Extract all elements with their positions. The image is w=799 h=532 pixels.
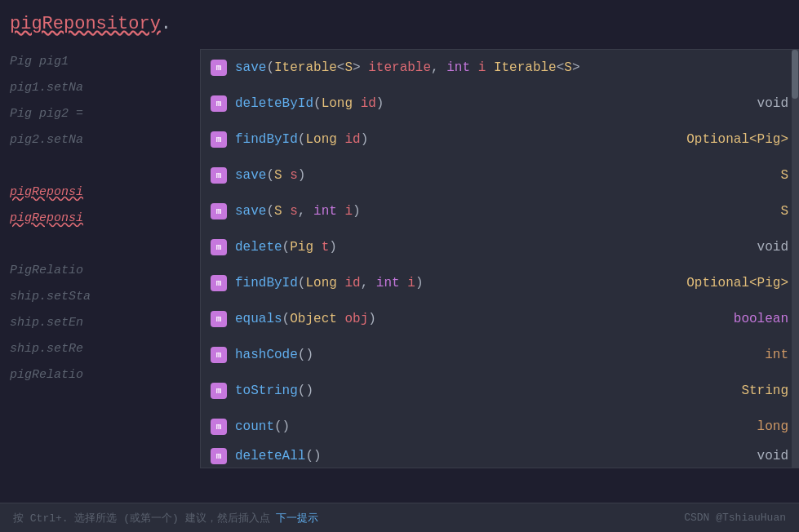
code-line-10: ship.setSta <box>0 284 196 310</box>
method-signature: hashCode() <box>235 348 757 362</box>
footer-hint-link[interactable]: 下一提示 <box>276 512 318 525</box>
method-signature: count() <box>235 419 749 434</box>
code-line-3: Pig pig2 = <box>0 101 196 127</box>
code-line-11: ship.setEn <box>0 310 196 336</box>
method-return-type: void <box>757 96 788 111</box>
method-icon: m <box>211 311 227 327</box>
method-return-type: void <box>757 449 788 463</box>
code-line-1: Pig pig1 <box>0 49 196 75</box>
code-line-2: pig1.setNa <box>0 75 196 101</box>
autocomplete-item-findbyid-2[interactable]: m findById(Long id, int i) Optional<Pig> <box>201 265 798 301</box>
autocomplete-item-deletebyid[interactable]: m deleteById(Long id) void <box>201 86 798 122</box>
method-signature: save(Iterable<S> iterable, int i Iterabl… <box>235 60 780 75</box>
method-signature: equals(Object obj) <box>235 312 726 326</box>
method-icon: m <box>211 239 227 255</box>
method-icon: m <box>211 419 227 435</box>
method-return-type: void <box>757 240 788 255</box>
code-line-12: ship.setRe <box>0 336 196 362</box>
scrollbar[interactable] <box>792 50 798 468</box>
method-signature: delete(Pig t) <box>235 240 749 255</box>
method-icon: m <box>211 347 227 363</box>
method-icon: m <box>211 167 227 184</box>
code-line-13: pigRelatio <box>0 362 196 388</box>
method-return-type: Optional<Pig> <box>686 276 788 290</box>
method-return-type: S <box>780 168 788 183</box>
footer-hint-text: 按 Ctrl+. 选择所选 (或第一个) 建议，然后插入点 <box>13 512 276 525</box>
method-signature: save(S s, int i) <box>235 204 772 219</box>
method-icon: m <box>211 203 227 219</box>
repository-name: pigReponsitory <box>10 14 161 34</box>
autocomplete-item-equals[interactable]: m equals(Object obj) boolean <box>201 301 798 337</box>
method-return-type: long <box>757 419 788 434</box>
method-signature: findById(Long id) <box>235 132 678 147</box>
method-icon: m <box>211 383 227 399</box>
footer-branding: CSDN @TshiauHuan <box>684 512 786 524</box>
autocomplete-item-deleteall[interactable]: m deleteAll() void <box>201 445 798 468</box>
method-icon: m <box>211 95 227 112</box>
autocomplete-item-findbyid-1[interactable]: m findById(Long id) Optional<Pig> <box>201 122 798 157</box>
method-return-type: boolean <box>734 312 788 326</box>
method-icon: m <box>211 275 227 291</box>
code-line-9: PigRelatio <box>0 258 196 284</box>
code-line-4: pig2.setNa <box>0 127 196 153</box>
footer-hint: 按 Ctrl+. 选择所选 (或第一个) 建议，然后插入点 下一提示 <box>13 511 318 525</box>
code-line-7: pigReponsi <box>0 206 196 232</box>
scroll-thumb[interactable] <box>792 50 798 99</box>
autocomplete-item-save-s[interactable]: m save(S s) S <box>201 157 798 193</box>
code-background: pigReponsitory. Pig pig1 pig1.setNa Pig … <box>0 0 196 532</box>
branding-text: CSDN @TshiauHuan <box>684 512 786 524</box>
autocomplete-item-delete[interactable]: m delete(Pig t) void <box>201 229 798 265</box>
code-line-5 <box>0 153 196 180</box>
autocomplete-item-save-s-int[interactable]: m save(S s, int i) S <box>201 193 798 229</box>
method-signature: deleteAll() <box>235 449 749 463</box>
autocomplete-item-save-iterable[interactable]: m save(Iterable<S> iterable, int i Itera… <box>201 50 798 86</box>
method-icon: m <box>211 131 227 148</box>
method-return-type: Optional<Pig> <box>686 132 788 147</box>
method-signature: toString() <box>235 383 733 398</box>
method-signature: save(S s) <box>235 168 772 183</box>
autocomplete-item-count[interactable]: m count() long <box>201 409 798 445</box>
method-return-type: int <box>765 348 788 362</box>
method-icon: m <box>211 448 227 464</box>
title-line: pigReponsitory. <box>0 0 196 49</box>
method-return-type: String <box>741 383 788 398</box>
autocomplete-item-tostring[interactable]: m toString() String <box>201 373 798 409</box>
autocomplete-item-hashcode[interactable]: m hashCode() int <box>201 337 798 373</box>
footer: 按 Ctrl+. 选择所选 (或第一个) 建议，然后插入点 下一提示 CSDN … <box>0 503 799 532</box>
autocomplete-dropdown: m save(Iterable<S> iterable, int i Itera… <box>200 49 799 468</box>
code-line-6: pigReponsi <box>0 180 196 206</box>
code-line-8 <box>0 232 196 258</box>
method-signature: deleteById(Long id) <box>235 96 749 111</box>
method-signature: findById(Long id, int i) <box>235 276 678 290</box>
method-return-type: S <box>780 204 788 219</box>
method-icon: m <box>211 60 227 76</box>
